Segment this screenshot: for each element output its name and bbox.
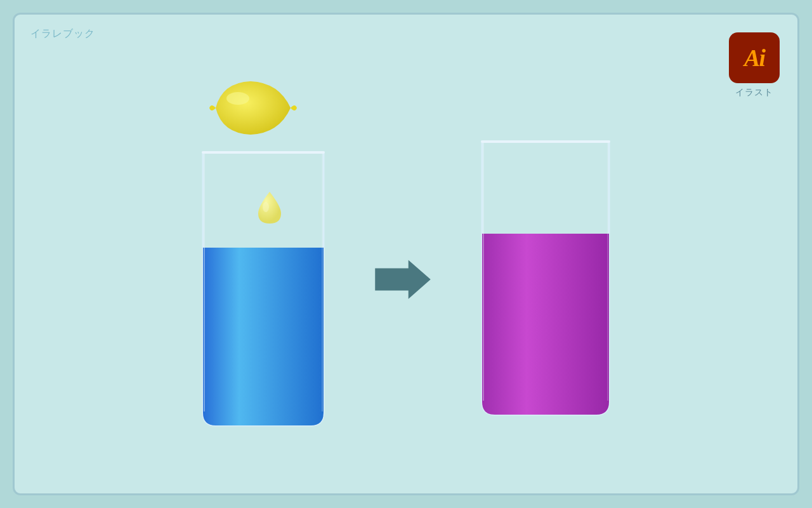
scene (15, 15, 797, 493)
glass-left (190, 146, 336, 432)
illustration-area (190, 76, 622, 432)
svg-point-0 (226, 92, 249, 105)
lemon-drop (257, 190, 282, 225)
arrow-container (374, 257, 431, 302)
lemon-illustration (203, 76, 298, 140)
svg-rect-2 (203, 248, 324, 425)
left-group (190, 76, 336, 432)
main-frame: イラレブック Ai イラスト (13, 13, 799, 495)
glass-right (469, 135, 622, 421)
svg-point-1 (263, 202, 269, 212)
svg-marker-6 (375, 260, 431, 298)
arrow-icon (374, 257, 431, 302)
right-group (469, 135, 622, 424)
svg-rect-7 (482, 234, 609, 415)
